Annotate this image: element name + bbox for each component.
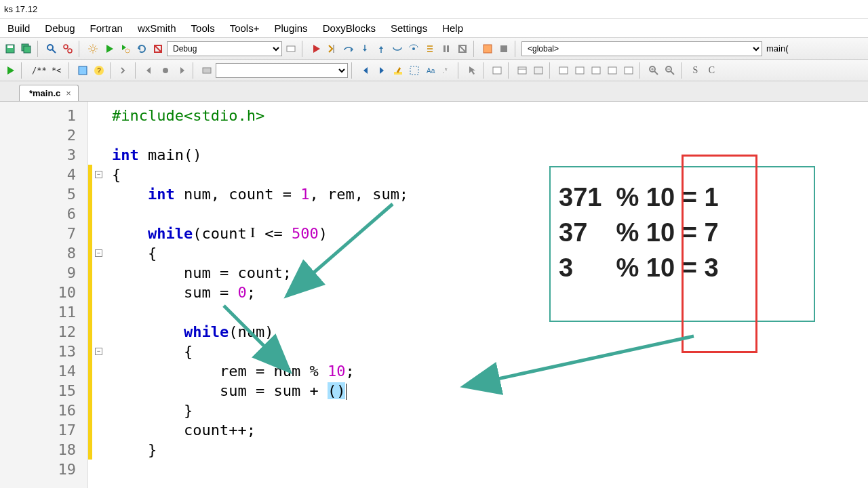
menu-settings[interactable]: Settings — [383, 20, 435, 37]
svg-marker-30 — [7, 66, 14, 75]
editor-tab-main-c[interactable]: *main.c × — [19, 85, 79, 101]
select-icon[interactable] — [407, 63, 422, 78]
list-jump-icon[interactable] — [199, 63, 214, 78]
nav-fwd-icon[interactable] — [374, 63, 389, 78]
svg-marker-44 — [469, 66, 475, 75]
window-title: ks 17.12 — [4, 4, 37, 14]
save-all-icon[interactable] — [19, 41, 34, 56]
svg-rect-28 — [484, 45, 492, 53]
frame-icon[interactable] — [556, 63, 571, 78]
svg-line-27 — [460, 46, 465, 52]
save-icon[interactable] — [3, 41, 18, 56]
highlight-icon[interactable] — [391, 63, 406, 78]
code-line[interactable]: 1#include<stdio.h> — [0, 106, 868, 125]
line-number: 16 — [0, 401, 81, 420]
code-text: int main() — [112, 145, 201, 165]
line-number: 2 — [0, 125, 81, 145]
svg-rect-50 — [576, 67, 584, 74]
svg-point-23 — [412, 47, 415, 50]
code-line[interactable]: 17 count++; — [0, 420, 868, 440]
line-number: 8 — [0, 243, 81, 263]
dialog-icon[interactable] — [515, 63, 530, 78]
code-line[interactable]: 2 — [0, 125, 868, 145]
code-line[interactable]: 15 sum = sum + () — [0, 381, 868, 401]
step-over-icon[interactable] — [341, 41, 356, 56]
jump-icon[interactable] — [117, 63, 132, 78]
gear-icon[interactable] — [85, 41, 100, 56]
abort-icon[interactable] — [151, 41, 165, 56]
window-icon[interactable] — [490, 63, 505, 78]
code-line[interactable]: 19 — [0, 460, 868, 479]
code-text: } — [112, 440, 157, 460]
jump-history-select[interactable] — [216, 63, 348, 78]
step-instr-icon[interactable] — [406, 41, 421, 56]
code-line[interactable]: 18 } — [0, 440, 868, 460]
code-line[interactable]: 16 } — [0, 401, 868, 420]
svg-point-4 — [47, 45, 53, 50]
doxyblock-icon[interactable] — [75, 63, 90, 78]
frame4-icon[interactable] — [605, 63, 620, 78]
zoom-icon[interactable] — [44, 41, 59, 56]
build-config-select[interactable]: Debug — [167, 41, 282, 56]
code-line[interactable]: 14 rem = num % 10; — [0, 361, 868, 381]
prev-jump-icon[interactable] — [142, 63, 157, 78]
svg-rect-29 — [500, 45, 507, 52]
menu-tools[interactable]: Tools — [184, 20, 222, 37]
menu-build[interactable]: Build — [0, 20, 37, 37]
code-text: count++; — [112, 420, 256, 440]
svg-text:?: ? — [98, 67, 102, 75]
menu-debug[interactable]: Debug — [37, 20, 82, 37]
menu-tools+[interactable]: Tools+ — [222, 20, 267, 37]
frame5-icon[interactable] — [621, 63, 636, 78]
stop-debug-icon[interactable] — [455, 41, 470, 56]
zoom-in-icon[interactable] — [646, 63, 661, 78]
text-caret — [346, 384, 347, 400]
frame3-icon[interactable] — [589, 63, 604, 78]
menu-doxyblocks[interactable]: DoxyBlocks — [315, 20, 383, 37]
nav-back-icon[interactable] — [358, 63, 373, 78]
run-icon[interactable] — [102, 41, 117, 56]
close-icon[interactable]: × — [66, 88, 71, 98]
menu-wxsmith[interactable]: wxSmith — [130, 20, 184, 37]
toolbar-secondary: /** *< ? Aa .* S C — [0, 60, 868, 81]
line-number: 13 — [0, 342, 81, 361]
svg-marker-38 — [363, 67, 368, 74]
build-run-icon[interactable] — [118, 41, 133, 56]
debug-windows-icon[interactable] — [480, 41, 495, 56]
menu-fortran[interactable]: Fortran — [83, 20, 130, 37]
step-out-icon[interactable] — [374, 41, 389, 56]
code-text: sum = sum + () — [112, 381, 347, 401]
symbol-scope-select[interactable]: <global> — [521, 41, 762, 56]
pause-icon[interactable] — [439, 41, 454, 56]
help-icon[interactable]: ? — [92, 63, 106, 78]
record-jump-icon[interactable] — [158, 63, 173, 78]
info-icon[interactable] — [496, 41, 511, 56]
menu-help[interactable]: Help — [435, 20, 471, 37]
cursor-icon[interactable] — [465, 63, 479, 78]
svg-rect-45 — [493, 67, 501, 74]
frame2-icon[interactable] — [572, 63, 587, 78]
toggle-source-icon[interactable] — [3, 63, 18, 78]
svg-marker-9 — [106, 45, 113, 53]
find-replace-icon[interactable] — [60, 41, 75, 56]
break-debug-icon[interactable] — [422, 41, 437, 56]
zoom-out-icon[interactable] — [663, 63, 677, 78]
run-to-cursor-icon[interactable] — [325, 41, 340, 56]
line-number: 15 — [0, 381, 81, 401]
next-instr-icon[interactable] — [390, 41, 405, 56]
match-case-icon[interactable]: Aa — [423, 63, 438, 78]
next-jump-icon[interactable] — [174, 63, 189, 78]
text-s-icon[interactable]: S — [688, 63, 703, 78]
rebuild-icon[interactable] — [134, 41, 149, 56]
line-number: 10 — [0, 283, 81, 302]
menu-plugins[interactable]: Plugins — [267, 20, 315, 37]
code-text: while(num) — [112, 322, 273, 342]
text-c-icon[interactable]: C — [704, 63, 719, 78]
debug-run-icon[interactable] — [309, 41, 323, 56]
regex-icon[interactable]: .* — [439, 63, 454, 78]
target-icon[interactable] — [283, 41, 298, 56]
step-into-icon[interactable] — [357, 41, 372, 56]
svg-rect-3 — [24, 46, 31, 53]
svg-rect-31 — [79, 66, 87, 75]
panel-icon[interactable] — [531, 63, 546, 78]
